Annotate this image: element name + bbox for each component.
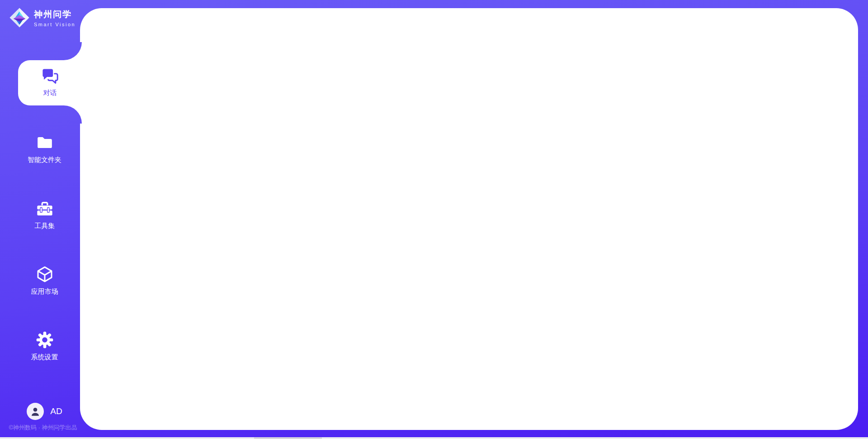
sidebar-item-label: 应用市场: [31, 287, 58, 296]
cube-icon: [36, 265, 54, 283]
avatar: [27, 403, 44, 420]
sidebar-item-chat[interactable]: 对话: [18, 60, 82, 105]
copyright-text: ©神州数码 · 神州问学出品: [0, 424, 86, 432]
sidebar-item-app-market[interactable]: 应用市场: [9, 265, 80, 296]
brand-diamond-icon: [9, 7, 30, 28]
gear-icon: [36, 331, 54, 349]
active-tab-fillet-top: [64, 42, 82, 60]
toolbox-icon: [36, 200, 54, 218]
brand-name: 神州问学: [34, 9, 75, 20]
user-name: AD: [50, 406, 62, 416]
chat-icon: [41, 67, 60, 86]
sidebar-item-toolbox[interactable]: 工具集: [9, 200, 80, 230]
folder-icon: [36, 134, 54, 152]
sidebar-item-settings[interactable]: 系统设置: [9, 331, 80, 362]
scrollbar-thumb[interactable]: [254, 437, 322, 439]
main-content-panel: [80, 8, 858, 430]
active-tab-fillet-bottom: [64, 105, 82, 124]
brand-subtitle: Smart Vision: [34, 22, 75, 27]
sidebar-item-label: 对话: [43, 89, 57, 97]
user-profile[interactable]: AD: [9, 403, 80, 420]
sidebar-item-label: 工具集: [34, 222, 55, 230]
horizontal-scrollbar[interactable]: [0, 437, 868, 439]
sidebar-item-label: 系统设置: [31, 353, 58, 362]
brand-logo: 神州问学 Smart Vision: [9, 7, 75, 28]
sidebar-item-label: 智能文件夹: [28, 156, 61, 164]
sidebar-item-smart-folder[interactable]: 智能文件夹: [9, 134, 80, 164]
